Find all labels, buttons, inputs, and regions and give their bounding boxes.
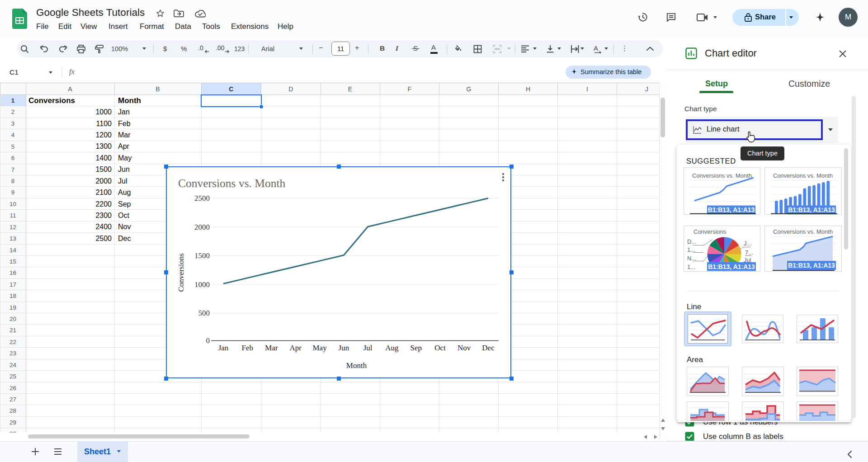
svg-text:Month: Month [346,361,367,370]
svg-text:Sep: Sep [410,344,422,352]
svg-text:2400: 2400 [95,223,112,231]
svg-text:E: E [348,85,352,93]
svg-text:15: 15 [9,258,16,265]
svg-text:1200: 1200 [95,131,112,139]
svg-text:1500: 1500 [194,251,210,260]
svg-text:Conversions vs. Month: Conversions vs. Month [773,228,833,235]
svg-text:5: 5 [11,143,15,150]
svg-text:Apr: Apr [290,344,302,352]
svg-text:D...: D... [687,238,696,245]
svg-text:28: 28 [9,407,16,414]
svg-text:25: 25 [9,373,16,380]
svg-text:Jul: Jul [363,344,373,352]
svg-text:H: H [526,85,530,93]
svg-text:2300: 2300 [95,212,112,219]
svg-text:22: 22 [9,339,16,345]
svg-text:2000: 2000 [194,223,210,231]
svg-text:1000: 1000 [95,108,112,116]
svg-text:A: A [68,85,72,93]
svg-text:0: 0 [206,336,210,345]
svg-text:3: 3 [11,120,15,127]
svg-text:1300: 1300 [95,142,112,150]
svg-text:Conversions: Conversions [28,96,75,105]
svg-text:B1:B13, A1:A13: B1:B13, A1:A13 [708,206,755,213]
svg-text:Aug: Aug [385,344,399,352]
svg-text:Jun: Jun [118,165,130,173]
svg-text:J...: J... [744,240,751,247]
svg-text:21: 21 [9,327,16,334]
svg-text:27: 27 [9,396,16,403]
svg-text:8: 8 [11,178,15,184]
svg-text:20: 20 [9,316,16,322]
svg-text:13: 13 [9,235,16,242]
svg-text:9: 9 [11,189,15,196]
svg-text:Aug: Aug [118,189,131,196]
svg-text:16: 16 [9,269,16,276]
svg-text:1400: 1400 [95,154,112,162]
svg-text:23: 23 [9,350,16,357]
svg-text:B1:B13, A1:A13: B1:B13, A1:A13 [788,206,835,213]
svg-text:B: B [156,85,160,93]
svg-text:Jul: Jul [118,177,127,185]
svg-text:May: May [118,154,132,162]
svg-text:Apr: Apr [118,142,130,150]
svg-text:Mar: Mar [118,131,131,139]
svg-text:N...: N... [687,255,696,262]
svg-text:B1:B13, A1:A13: B1:B13, A1:A13 [788,262,835,269]
svg-text:Conversions vs. Month: Conversions vs. Month [692,172,752,179]
svg-text:2000: 2000 [95,177,112,185]
svg-text:D: D [288,85,293,93]
svg-text:I: I [586,85,588,93]
svg-text:Jun: Jun [339,344,349,352]
svg-text:Conversions vs. Month: Conversions vs. Month [178,177,286,190]
svg-text:Oct: Oct [434,344,446,352]
svg-text:24: 24 [9,362,17,368]
svg-text:11: 11 [9,212,16,219]
svg-text:Conversions: Conversions [177,254,185,292]
svg-text:10: 10 [9,201,16,207]
svg-text:Nov: Nov [118,223,131,231]
svg-text:Feb: Feb [118,120,131,127]
svg-text:J: J [645,85,648,93]
svg-text:18: 18 [9,292,16,299]
svg-text:Dec: Dec [482,344,495,352]
svg-text:4: 4 [11,132,15,138]
svg-text:A: A [594,44,598,52]
svg-text:1: 1 [11,97,15,104]
svg-text:26: 26 [9,385,16,391]
svg-text:Jan: Jan [218,344,229,352]
svg-text:14: 14 [9,247,17,254]
svg-text:2500: 2500 [95,235,112,242]
svg-text:2100: 2100 [95,189,112,196]
svg-text:1100: 1100 [96,120,112,127]
svg-text:Conversions vs. Month: Conversions vs. Month [773,172,833,179]
svg-text:6: 6 [11,155,15,161]
svg-text:C: C [229,85,233,93]
svg-text:Nov: Nov [458,344,471,352]
svg-text:500: 500 [198,309,210,317]
svg-text:Sep: Sep [118,200,131,208]
svg-text:B1:B13, A1:A13: B1:B13, A1:A13 [708,263,755,270]
svg-text:2500: 2500 [194,194,210,203]
svg-text:7...: 7... [745,249,753,256]
svg-text:Oct: Oct [118,212,129,219]
svg-text:7: 7 [11,166,15,173]
svg-text:F: F [408,85,412,93]
svg-text:Feb: Feb [242,344,254,352]
svg-text:17: 17 [9,281,16,288]
svg-text:Conversions: Conversions [693,228,726,235]
svg-text:Month: Month [118,96,141,105]
svg-text:2: 2 [11,108,15,115]
svg-text:May: May [313,344,327,352]
svg-text:19: 19 [9,304,16,311]
svg-text:Jan: Jan [118,108,130,116]
svg-text:12: 12 [9,224,16,231]
svg-text:Dec: Dec [118,235,131,242]
svg-text:Mar: Mar [265,344,278,352]
svg-text:29: 29 [9,419,16,426]
svg-text:1000: 1000 [194,280,210,289]
svg-text:1500: 1500 [95,165,112,173]
svg-text:2200: 2200 [95,200,112,208]
svg-text:1...: 1... [687,264,695,270]
svg-text:1...: 1... [687,246,695,253]
